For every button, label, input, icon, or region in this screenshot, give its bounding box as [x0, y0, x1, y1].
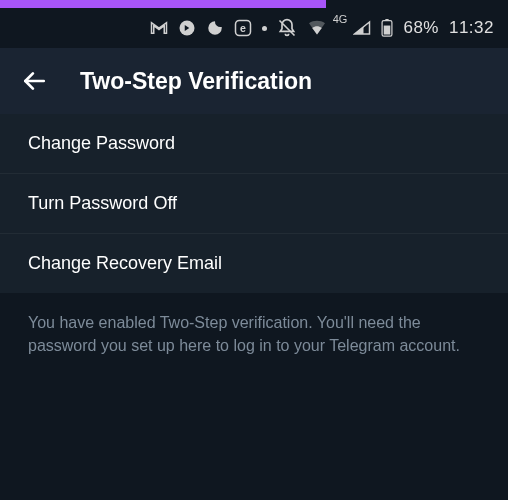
signal-icon: [353, 20, 371, 36]
sound-icon: [178, 19, 196, 37]
clock-time: 11:32: [449, 18, 494, 38]
svg-text:e: e: [240, 22, 246, 34]
back-button[interactable]: [20, 67, 48, 95]
wifi-icon: [307, 20, 327, 36]
gmail-icon: [150, 21, 168, 35]
change-recovery-email-item[interactable]: Change Recovery Email: [0, 234, 508, 293]
settings-list: Change Password Turn Password Off Change…: [0, 114, 508, 293]
list-item-label: Turn Password Off: [28, 193, 177, 213]
svg-rect-6: [386, 19, 389, 21]
svg-rect-5: [384, 26, 391, 35]
info-text: You have enabled Two-Step verification. …: [28, 311, 480, 357]
notifications-off-icon: [277, 18, 297, 38]
separator-dot: [262, 26, 267, 31]
info-section: You have enabled Two-Step verification. …: [0, 293, 508, 375]
moon-icon: [206, 19, 224, 37]
battery-percent: 68%: [403, 18, 439, 38]
list-item-label: Change Password: [28, 133, 175, 153]
app-e-icon: e: [234, 19, 252, 37]
status-bar: e 4G 68% 11:32: [0, 8, 508, 48]
accent-bar: [0, 0, 326, 8]
app-header: Two-Step Verification: [0, 48, 508, 114]
change-password-item[interactable]: Change Password: [0, 114, 508, 174]
list-item-label: Change Recovery Email: [28, 253, 222, 273]
battery-icon: [381, 19, 393, 37]
network-label: 4G: [333, 13, 348, 25]
turn-password-off-item[interactable]: Turn Password Off: [0, 174, 508, 234]
page-title: Two-Step Verification: [80, 68, 312, 95]
